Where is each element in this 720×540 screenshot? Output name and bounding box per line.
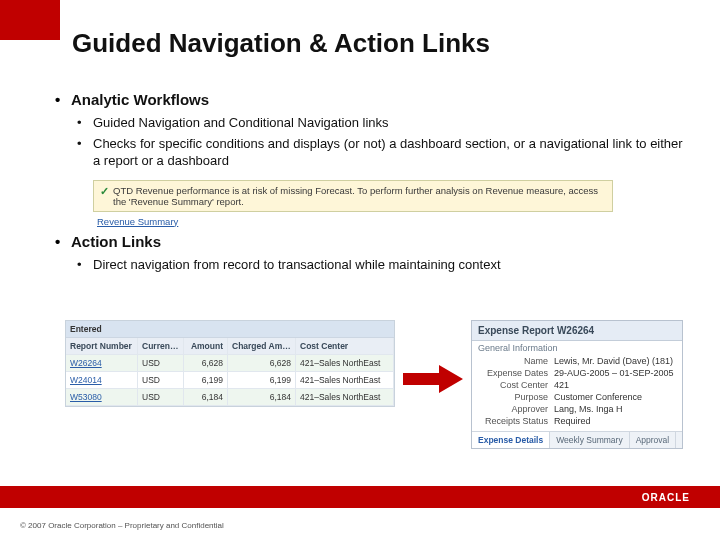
section-heading-action: Action Links (55, 233, 690, 250)
detail-field: ApproverLang, Ms. Inga H (472, 403, 682, 415)
cell-charged-amount: 6,628 (228, 355, 296, 372)
slide-title: Guided Navigation & Action Links (72, 28, 490, 59)
field-label: Cost Center (478, 380, 548, 390)
tab-expense-details[interactable]: Expense Details (472, 432, 550, 448)
cell-cost-center: 421–Sales NorthEast (296, 389, 394, 406)
table-row: W24014 USD 6,199 6,199 421–Sales NorthEa… (66, 372, 394, 389)
field-label: Approver (478, 404, 548, 414)
col-charged-amount: Charged Amount (228, 338, 296, 355)
cell-currency: USD (138, 389, 184, 406)
oracle-logo: ORACLE (642, 492, 690, 503)
footer-bar: ORACLE (0, 486, 720, 508)
expense-detail-panel: Expense Report W26264 General Informatio… (471, 320, 683, 449)
field-value: 421 (554, 380, 676, 390)
detail-field: Receipts StatusRequired (472, 415, 682, 427)
report-number-link[interactable]: W53080 (66, 389, 138, 406)
table-row: W26264 USD 6,628 6,628 421–Sales NorthEa… (66, 355, 394, 372)
check-icon: ✓ (100, 185, 109, 198)
detail-field: PurposeCustomer Conference (472, 391, 682, 403)
detail-subheader: General Information (472, 341, 682, 355)
detail-title: Expense Report W26264 (472, 321, 682, 341)
field-label: Name (478, 356, 548, 366)
detail-tabs: Expense Details Weekly Summary Approval (472, 431, 682, 448)
field-value: Required (554, 416, 676, 426)
cell-currency: USD (138, 372, 184, 389)
cell-amount: 6,199 (184, 372, 228, 389)
arrow-icon (403, 365, 463, 393)
slide-body: Analytic Workflows Guided Navigation and… (55, 85, 690, 276)
svg-marker-0 (403, 365, 463, 393)
field-label: Receipts Status (478, 416, 548, 426)
bullet-guided-nav: Guided Navigation and Conditional Naviga… (77, 114, 690, 132)
col-currency: Currency (138, 338, 184, 355)
copyright-footer: © 2007 Oracle Corporation – Proprietary … (20, 521, 224, 530)
col-cost-center: Cost Center (296, 338, 394, 355)
field-label: Purpose (478, 392, 548, 402)
cell-charged-amount: 6,199 (228, 372, 296, 389)
field-value: Lang, Ms. Inga H (554, 404, 676, 414)
field-value: 29-AUG-2005 – 01-SEP-2005 (554, 368, 676, 378)
revenue-summary-link[interactable]: Revenue Summary (97, 216, 690, 227)
bullet-conditions: Checks for specific conditions and displ… (77, 135, 690, 170)
cell-amount: 6,628 (184, 355, 228, 372)
section-heading-analytic: Analytic Workflows (55, 91, 690, 108)
detail-field: Expense Dates29-AUG-2005 – 01-SEP-2005 (472, 367, 682, 379)
col-report-number: Report Number (66, 338, 138, 355)
table-row: W53080 USD 6,184 6,184 421–Sales NorthEa… (66, 389, 394, 406)
figure-row: Entered Report Number Currency Amount Ch… (65, 320, 700, 449)
tab-approval[interactable]: Approval (630, 432, 677, 448)
bullet-direct-nav: Direct navigation from record to transac… (77, 256, 690, 274)
report-number-link[interactable]: W26264 (66, 355, 138, 372)
expense-table: Entered Report Number Currency Amount Ch… (65, 320, 395, 407)
col-amount: Amount (184, 338, 228, 355)
cell-currency: USD (138, 355, 184, 372)
table-supraheader: Entered (66, 321, 394, 338)
report-number-link[interactable]: W24014 (66, 372, 138, 389)
cell-cost-center: 421–Sales NorthEast (296, 372, 394, 389)
field-value: Customer Conference (554, 392, 676, 402)
detail-field: NameLewis, Mr. David (Dave) (181) (472, 355, 682, 367)
brand-corner (0, 0, 60, 40)
cell-charged-amount: 6,184 (228, 389, 296, 406)
detail-field: Cost Center421 (472, 379, 682, 391)
cell-amount: 6,184 (184, 389, 228, 406)
field-value: Lewis, Mr. David (Dave) (181) (554, 356, 676, 366)
alert-text: QTD Revenue performance is at risk of mi… (113, 185, 606, 207)
field-label: Expense Dates (478, 368, 548, 378)
cell-cost-center: 421–Sales NorthEast (296, 355, 394, 372)
table-header-row: Report Number Currency Amount Charged Am… (66, 338, 394, 355)
guided-nav-alert: ✓ QTD Revenue performance is at risk of … (93, 180, 613, 212)
tab-weekly-summary[interactable]: Weekly Summary (550, 432, 629, 448)
